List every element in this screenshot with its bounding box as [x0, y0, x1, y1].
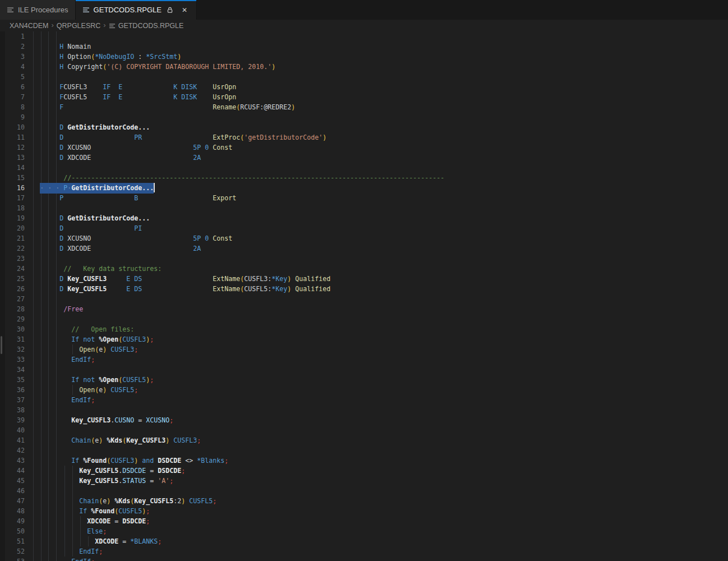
code-line[interactable]: 46: [0, 486, 728, 496]
code-line-text: Key_CUSFL5.STATUS = 'A';: [32, 476, 173, 486]
code-line-text: /Free: [32, 304, 83, 314]
editor[interactable]: 12 H Nomain3 H Option(*NoDebugIO : *SrcS…: [0, 31, 728, 561]
code-line-text: Chain(e) %Kds(Key_CUSFL3) CUSFL3;: [32, 435, 201, 445]
editor-left-strip: [0, 31, 5, 561]
code-line-text: D PI: [32, 223, 142, 233]
code-line[interactable]: 31 If not %Open(CUSFL3);: [0, 334, 728, 344]
code-line-text: D XDCODE 2A: [32, 153, 201, 163]
list-flat-icon: [109, 22, 116, 29]
code-line[interactable]: 41 Chain(e) %Kds(Key_CUSFL3) CUSFL3;: [0, 435, 728, 445]
code-line[interactable]: 24 // Key data structures:: [0, 264, 728, 274]
code-line[interactable]: 23: [0, 254, 728, 264]
code-line[interactable]: 42: [0, 445, 728, 456]
code-line-text: D PR ExtProc('getDistributorCode'): [32, 132, 326, 142]
code-line[interactable]: 2 H Nomain: [0, 42, 728, 52]
code-line-text: Chain(e) %Kds(Key_CUSFL5:2) CUSFL5;: [32, 496, 216, 506]
code-line-text: If not %Open(CUSFL3);: [32, 334, 154, 344]
code-line-text: Key_CUSFL5.DSDCDE = DSDCDE;: [32, 466, 185, 476]
code-line[interactable]: 4 H Copyright('(C) COPYRIGHT DATABOROUGH…: [0, 62, 728, 72]
code-line[interactable]: 32 Open(e) CUSFL3;: [0, 344, 728, 355]
code-line[interactable]: 45 Key_CUSFL5.STATUS = 'A';: [0, 476, 728, 486]
code-line[interactable]: 18: [0, 203, 728, 213]
code-line[interactable]: 10 D GetDistributorCode...: [0, 122, 728, 132]
code-line[interactable]: 53 EndIf;: [0, 557, 728, 561]
code-line-text: FCUSFL5 IF E K DISK UsrOpn: [32, 92, 236, 102]
code-line-text: Open(e) CUSFL3;: [32, 344, 138, 355]
code-line[interactable]: 50 Else;: [0, 526, 728, 536]
code-line-text: H Nomain: [32, 42, 91, 52]
code-line-text: F Rename(RCUSF:@REDRE2): [32, 102, 295, 112]
tab-label: ILE Procedures: [18, 6, 68, 14]
code-line[interactable]: 47 Chain(e) %Kds(Key_CUSFL5:2) CUSFL5;: [0, 496, 728, 506]
code-line[interactable]: 8 F Rename(RCUSF:@REDRE2): [0, 102, 728, 112]
code-line[interactable]: 34: [0, 365, 728, 375]
code-line[interactable]: 12 D XCUSNO 5P 0 Const: [0, 142, 728, 153]
close-icon[interactable]: ✕: [179, 5, 190, 15]
code-line[interactable]: 43 If %Found(CUSFL3) and DSDCDE <> *Blan…: [0, 456, 728, 466]
window: ILE Procedures GETDCODS.RPGLE ✕ XAN4CDEM: [0, 0, 728, 561]
tab-bar: ILE Procedures GETDCODS.RPGLE ✕: [0, 0, 728, 20]
lock-icon[interactable]: [167, 7, 173, 13]
code-line[interactable]: 36 Open(e) CUSFL5;: [0, 385, 728, 395]
code-line[interactable]: 25 D Key_CUSFL3 E DS ExtName(CUSFL3:*Key…: [0, 274, 728, 284]
breadcrumb-item-member[interactable]: GETDCODS.RPGLE: [109, 22, 184, 30]
code-line-text: D GetDistributorCode...: [32, 213, 150, 223]
code-line[interactable]: 9: [0, 112, 728, 122]
code-line[interactable]: 3 H Option(*NoDebugIO : *SrcStmt): [0, 52, 728, 62]
code-area[interactable]: 12 H Nomain3 H Option(*NoDebugIO : *SrcS…: [0, 31, 728, 561]
code-line-text: H Copyright('(C) COPYRIGHT DATABOROUGH L…: [32, 62, 275, 72]
code-line[interactable]: 19 D GetDistributorCode...: [0, 213, 728, 223]
code-line[interactable]: 39 Key_CUSFL3.CUSNO = XCUSNO;: [0, 415, 728, 425]
code-line[interactable]: 20 D PI: [0, 223, 728, 233]
code-line[interactable]: 28 /Free: [0, 304, 728, 314]
code-line[interactable]: 14: [0, 163, 728, 173]
code-line-text: EndIf;: [32, 546, 103, 557]
code-line[interactable]: 27: [0, 294, 728, 304]
code-line-text: D Key_CUSFL3 E DS ExtName(CUSFL3:*Key) Q…: [32, 274, 330, 284]
sash-handle[interactable]: [1, 336, 2, 354]
code-line[interactable]: 37 EndIf;: [0, 395, 728, 405]
code-line-text: If %Found(CUSFL3) and DSDCDE <> *Blanks;: [32, 456, 228, 466]
code-line[interactable]: 33 EndIf;: [0, 355, 728, 365]
code-line[interactable]: 52 EndIf;: [0, 546, 728, 557]
code-line[interactable]: 7 FCUSFL5 IF E K DISK UsrOpn: [0, 92, 728, 102]
code-line[interactable]: 17 P B Export: [0, 193, 728, 203]
code-line[interactable]: 15 //-----------------------------------…: [0, 173, 728, 183]
code-line-text: EndIf;: [32, 395, 95, 405]
code-line[interactable]: 51 XDCODE = *BLANKS;: [0, 536, 728, 546]
code-line-text: If not %Open(CUSFL5);: [32, 375, 154, 385]
code-line[interactable]: 13 D XDCODE 2A: [0, 153, 728, 163]
code-line[interactable]: 38: [0, 405, 728, 415]
code-line-text: P B Export: [32, 193, 236, 203]
code-line[interactable]: 49 XDCODE = DSDCDE;: [0, 516, 728, 526]
code-line[interactable]: 48 If %Found(CUSFL5);: [0, 506, 728, 516]
code-line[interactable]: 6 FCUSFL3 IF E K DISK UsrOpn: [0, 82, 728, 92]
code-line-text: If %Found(CUSFL5);: [32, 506, 150, 516]
chevron-right-icon: ›: [51, 21, 53, 29]
text-cursor: [154, 183, 155, 192]
code-line[interactable]: 1: [0, 31, 728, 42]
code-line[interactable]: 11 D PR ExtProc('getDistributorCode'): [0, 132, 728, 142]
code-line-text: XDCODE = *BLANKS;: [32, 536, 162, 546]
breadcrumb-member-label: GETDCODS.RPGLE: [118, 22, 184, 30]
code-line[interactable]: 40: [0, 425, 728, 435]
tab-ile-procedures[interactable]: ILE Procedures: [0, 0, 76, 20]
code-line-text: D Key_CUSFL5 E DS ExtName(CUSFL5:*Key) Q…: [32, 284, 330, 294]
code-line[interactable]: 44 Key_CUSFL5.DSDCDE = DSDCDE;: [0, 466, 728, 476]
code-line-text: D XCUSNO 5P 0 Const: [32, 233, 232, 243]
code-line[interactable]: 35 If not %Open(CUSFL5);: [0, 375, 728, 385]
code-line[interactable]: 21 D XCUSNO 5P 0 Const: [0, 233, 728, 243]
code-line[interactable]: 5: [0, 72, 728, 82]
code-line[interactable]: 30 // Open files:: [0, 324, 728, 334]
breadcrumb-item-source-file[interactable]: QRPGLESRC: [57, 22, 101, 30]
code-line-text: // Open files:: [32, 324, 134, 334]
list-flat-icon: [82, 6, 90, 13]
code-line[interactable]: 22 D XDCODE 2A: [0, 243, 728, 254]
code-line[interactable]: 26 D Key_CUSFL5 E DS ExtName(CUSFL5:*Key…: [0, 284, 728, 294]
code-line[interactable]: 29: [0, 314, 728, 324]
breadcrumb-item-library[interactable]: XAN4CDEM: [10, 22, 48, 30]
tab-getdcods-rpgle[interactable]: GETDCODS.RPGLE ✕: [76, 0, 197, 20]
code-line-text: EndIf;: [32, 355, 95, 365]
code-line[interactable]: 16 · · · P·GetDistributorCode...: [0, 183, 728, 193]
breadcrumb: XAN4CDEM › QRPGLESRC › GETDCODS.RPGLE: [0, 20, 728, 31]
